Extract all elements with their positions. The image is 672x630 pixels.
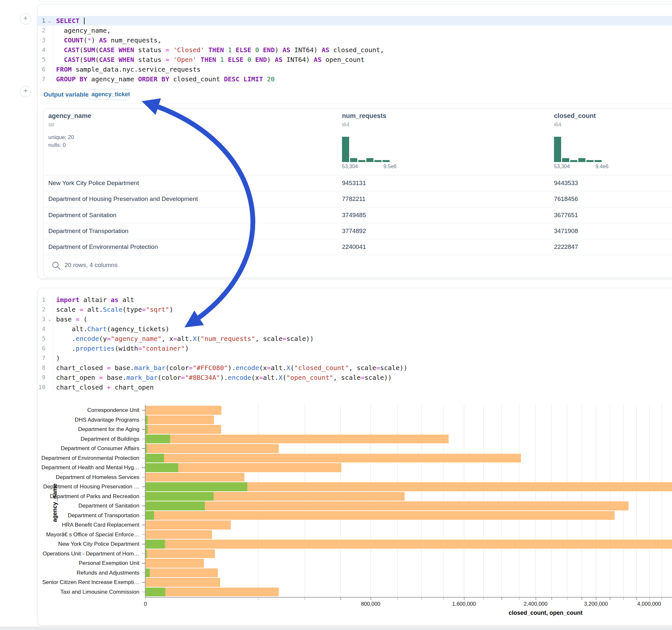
bar-open-count[interactable] [146, 482, 247, 491]
code-line-6[interactable]: 6 .properties(width="container") [38, 343, 672, 353]
line-number: 8 [38, 363, 45, 373]
line-number: 2 [38, 26, 45, 35]
previous-cell-partial [37, 0, 672, 2]
code-line-3[interactable]: 3 COUNT(*) AS num_requests, [38, 35, 672, 45]
code-line-2[interactable]: 2scale = alt.Scale(type="sqrt") [38, 305, 672, 314]
bar-open-count[interactable] [146, 492, 214, 501]
chart-y-tick [142, 410, 145, 411]
bar-open-count[interactable] [146, 415, 147, 425]
bar-closed-count[interactable] [146, 559, 204, 568]
search-icon[interactable] [51, 261, 61, 271]
chart-x-tick [502, 598, 502, 600]
line-number: 2 [38, 305, 45, 314]
chart-y-tick [142, 582, 145, 583]
table-row[interactable]: Department of Housing Preservation and D… [44, 191, 672, 207]
bar-closed-count[interactable] [146, 473, 245, 482]
bar-closed-count[interactable] [146, 435, 449, 444]
chart-category-label: Department of Buildings [38, 434, 139, 444]
bar-closed-count[interactable] [146, 578, 220, 587]
chart-category-label: Operations Unit - Department of Hom… [38, 549, 139, 559]
bar-closed-count[interactable] [146, 539, 672, 549]
chart-y-tick [142, 515, 145, 516]
text-caret [84, 18, 85, 24]
sql-cell: 1⌄SELECT 2 agency_name,3 COUNT(*) AS num… [37, 4, 672, 279]
table-row[interactable]: Department of Transportation377489234719… [44, 223, 672, 239]
line-number: 10 [38, 382, 45, 392]
chart-x-tick-label: 800,000 [361, 601, 381, 607]
code-line-5[interactable]: 5 .encode(y="agency_name", x=alt.X("num_… [38, 334, 672, 343]
chart-gridline [305, 405, 305, 597]
bar-open-count[interactable] [146, 435, 170, 444]
chart-category-label: DHS Advantage Programs [38, 415, 139, 425]
result-table: agency_name str unique: 20 nulls: 0 num_… [44, 108, 672, 277]
bar-closed-count[interactable] [146, 425, 221, 434]
code-line-2[interactable]: 2 agency_name, [38, 26, 672, 35]
bar-open-count[interactable] [146, 501, 205, 510]
code-line-4[interactable]: 4 alt.Chart(agency_tickets) [38, 324, 672, 334]
table-cell: 3774892 [342, 223, 366, 239]
bar-open-count[interactable] [146, 568, 150, 578]
code-line-9[interactable]: 9chart_open = base.mark_bar(color="#8BC3… [38, 373, 672, 382]
bar-open-count[interactable] [146, 539, 165, 549]
line-number: 6 [38, 65, 45, 74]
chart-gridline [370, 405, 371, 597]
bar-open-count[interactable] [146, 454, 164, 463]
bar-closed-count[interactable] [146, 587, 279, 597]
code-line-3[interactable]: 3⌄base = ( [38, 314, 672, 324]
fold-chevron-icon[interactable]: ⌄ [47, 16, 52, 26]
chart-x-tick [519, 598, 520, 600]
fold-chevron-icon[interactable]: ⌄ [47, 314, 52, 324]
horizontal-scrollbar[interactable] [0, 626, 672, 630]
bar-open-count[interactable] [146, 587, 165, 597]
table-row[interactable]: New York City Police Department945313194… [44, 175, 672, 191]
table-cell: Department of Environmental Protection [48, 239, 158, 255]
bar-closed-count[interactable] [146, 530, 212, 539]
chart-gridline [519, 405, 519, 597]
chart-gridline [596, 405, 596, 597]
chart-x-axis-line [145, 597, 672, 598]
bar-closed-count[interactable] [146, 415, 214, 425]
bar-closed-count[interactable] [146, 501, 628, 510]
bar-closed-count[interactable] [146, 520, 231, 530]
sql-code-editor[interactable]: 1⌄SELECT 2 agency_name,3 COUNT(*) AS num… [38, 16, 672, 84]
chart-gridline [649, 405, 650, 597]
code-line-8[interactable]: 8chart_closed = base.mark_bar(color="#FF… [38, 363, 672, 373]
chart-y-tick [142, 525, 145, 525]
chart-x-tick [551, 598, 552, 600]
code-line-6[interactable]: 6FROM sample_data.nyc.service_requests [38, 65, 672, 74]
add-cell-button-top[interactable]: + [20, 13, 31, 24]
chart-x-tick [464, 598, 464, 600]
code-line-4[interactable]: 4 CAST(SUM(CASE WHEN status = 'Closed' T… [38, 45, 672, 55]
table-row[interactable]: Department of Environmental Protection22… [44, 239, 672, 255]
bar-closed-count[interactable] [146, 511, 615, 520]
output-variable-label: Output variable: [44, 91, 91, 98]
bar-open-count[interactable] [146, 425, 147, 434]
code-line-5[interactable]: 5 CAST(SUM(CASE WHEN status = 'Open' THE… [38, 55, 672, 65]
code-line-7[interactable]: 7) [38, 353, 672, 363]
chart-x-tick [443, 598, 444, 600]
bar-open-count[interactable] [146, 549, 147, 558]
bar-closed-count[interactable] [146, 406, 221, 415]
bar-closed-count[interactable] [146, 568, 218, 578]
column-stat-unique: unique: 20 [48, 134, 74, 141]
table-cell: 7782211 [342, 191, 366, 207]
chart-gridline [662, 405, 662, 597]
code-line-1[interactable]: 1import altair as alt [38, 295, 672, 305]
code-line-1[interactable]: 1⌄SELECT [38, 16, 672, 26]
bar-open-count[interactable] [146, 463, 178, 472]
output-variable-badge[interactable]: agency_tickets [88, 89, 130, 100]
bar-closed-count[interactable] [146, 444, 279, 453]
chart-gridline [551, 405, 552, 597]
python-code-editor[interactable]: 1import altair as alt2scale = alt.Scale(… [38, 295, 672, 392]
bar-open-count[interactable] [146, 444, 147, 453]
chart-category-label: Correspondence Unit [38, 406, 139, 415]
code-line-10[interactable]: 10chart_closed + chart_open [38, 382, 672, 392]
table-cell: 3677651 [554, 207, 578, 223]
add-cell-button-output[interactable]: + [20, 86, 31, 97]
bar-closed-count[interactable] [146, 549, 215, 558]
table-cell: 2240041 [342, 239, 366, 255]
bar-closed-count[interactable] [146, 454, 521, 463]
code-line-7[interactable]: 7GROUP BY agency_name ORDER BY closed_co… [38, 74, 672, 84]
bar-open-count[interactable] [146, 511, 154, 520]
table-row[interactable]: Department of Sanitation37494853677651 [44, 207, 672, 223]
